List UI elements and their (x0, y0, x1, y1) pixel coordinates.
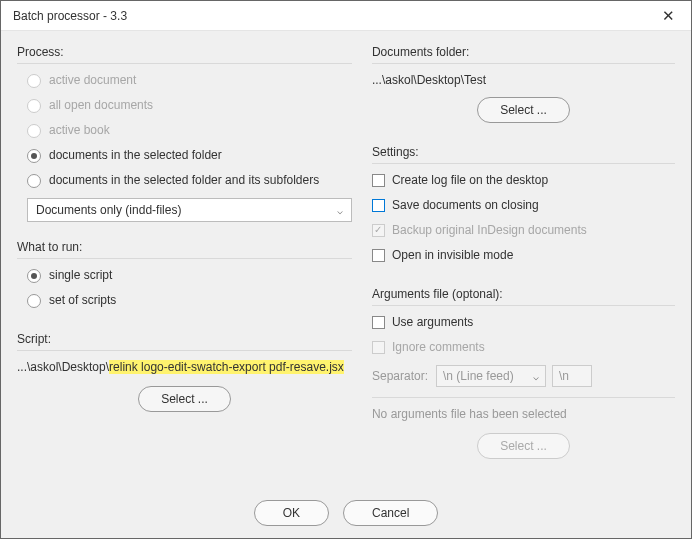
left-column: Process: active document all open docume… (17, 45, 352, 488)
right-column: Documents folder: ...\askol\Desktop\Test… (372, 45, 675, 488)
ok-button[interactable]: OK (254, 500, 329, 526)
chevron-down-icon: ⌵ (337, 205, 343, 216)
settings-group: Settings: Create log file on the desktop… (372, 145, 675, 273)
dialog-footer: OK Cancel (1, 488, 691, 538)
radio-icon (27, 149, 41, 163)
radio-label: active book (49, 123, 110, 138)
documents-folder-title: Documents folder: (372, 45, 675, 59)
what-to-run-group: What to run: single script set of script… (17, 240, 352, 318)
check-create-log[interactable]: Create log file on the desktop (372, 173, 675, 188)
arguments-title: Arguments file (optonal): (372, 287, 675, 301)
close-icon[interactable]: ✕ (658, 8, 679, 23)
process-title: Process: (17, 45, 352, 59)
check-invisible-mode[interactable]: Open in invisible mode (372, 248, 675, 263)
file-filter-select[interactable]: Documents only (indd-files) ⌵ (27, 198, 352, 222)
script-select-button[interactable]: Select ... (138, 386, 231, 412)
script-path-prefix: ...\askol\Desktop\ (17, 360, 109, 374)
radio-all-open-documents: all open documents (27, 98, 352, 113)
radio-label: set of scripts (49, 293, 116, 308)
radio-selected-folder[interactable]: documents in the selected folder (27, 148, 352, 163)
dialog-content: Process: active document all open docume… (1, 31, 691, 488)
dialog-window: Batch processor - 3.3 ✕ Process: active … (0, 0, 692, 539)
radio-icon (27, 99, 41, 113)
checkbox-label: Save documents on closing (392, 198, 539, 213)
radio-icon (27, 74, 41, 88)
checkbox-label: Backup original InDesign documents (392, 223, 587, 238)
checkbox-label: Ignore comments (392, 340, 485, 355)
radio-single-script[interactable]: single script (27, 268, 352, 283)
radio-set-of-scripts[interactable]: set of scripts (27, 293, 352, 308)
radio-active-book: active book (27, 123, 352, 138)
chevron-down-icon: ⌵ (533, 369, 539, 384)
checkbox-icon (372, 199, 385, 212)
checkbox-icon (372, 249, 385, 262)
check-backup: Backup original InDesign documents (372, 223, 675, 238)
window-title: Batch processor - 3.3 (13, 9, 127, 23)
checkbox-label: Open in invisible mode (392, 248, 513, 263)
radio-icon (27, 269, 41, 283)
check-save-on-close[interactable]: Save documents on closing (372, 198, 675, 213)
arguments-select-button: Select ... (477, 433, 570, 459)
input-value: \n (559, 369, 569, 384)
radio-icon (27, 174, 41, 188)
separator-select: \n (Line feed) ⌵ (436, 365, 546, 387)
checkbox-icon (372, 224, 385, 237)
checkbox-icon (372, 174, 385, 187)
checkbox-label: Use arguments (392, 315, 473, 330)
radio-label: single script (49, 268, 112, 283)
documents-folder-group: Documents folder: ...\askol\Desktop\Test… (372, 45, 675, 123)
script-path: ...\askol\Desktop\relink logo-edit-swatc… (17, 360, 352, 374)
script-path-highlight: relink logo-edit-swatch-export pdf-resav… (109, 360, 344, 374)
process-group: Process: active document all open docume… (17, 45, 352, 222)
titlebar: Batch processor - 3.3 ✕ (1, 1, 691, 31)
separator-row: Separator: \n (Line feed) ⌵ \n (372, 365, 675, 387)
radio-selected-folder-subfolders[interactable]: documents in the selected folder and its… (27, 173, 352, 188)
select-value: Documents only (indd-files) (36, 203, 181, 217)
radio-label: documents in the selected folder and its… (49, 173, 319, 188)
separator-literal-input: \n (552, 365, 592, 387)
radio-icon (27, 294, 41, 308)
radio-icon (27, 124, 41, 138)
script-title: Script: (17, 332, 352, 346)
radio-label: documents in the selected folder (49, 148, 222, 163)
settings-title: Settings: (372, 145, 675, 159)
radio-label: active document (49, 73, 136, 88)
what-to-run-title: What to run: (17, 240, 352, 254)
separator-label: Separator: (372, 369, 428, 384)
checkbox-icon (372, 341, 385, 354)
script-group: Script: ...\askol\Desktop\relink logo-ed… (17, 332, 352, 412)
cancel-button[interactable]: Cancel (343, 500, 438, 526)
no-arguments-file-msg: No arguments file has been selected (372, 407, 675, 421)
radio-label: all open documents (49, 98, 153, 113)
check-ignore-comments: Ignore comments (372, 340, 675, 355)
radio-active-document: active document (27, 73, 352, 88)
check-use-arguments[interactable]: Use arguments (372, 315, 675, 330)
documents-folder-path: ...\askol\Desktop\Test (372, 73, 675, 87)
checkbox-label: Create log file on the desktop (392, 173, 548, 188)
checkbox-icon (372, 316, 385, 329)
select-value: \n (Line feed) (443, 369, 514, 384)
documents-folder-select-button[interactable]: Select ... (477, 97, 570, 123)
arguments-group: Arguments file (optonal): Use arguments … (372, 287, 675, 459)
